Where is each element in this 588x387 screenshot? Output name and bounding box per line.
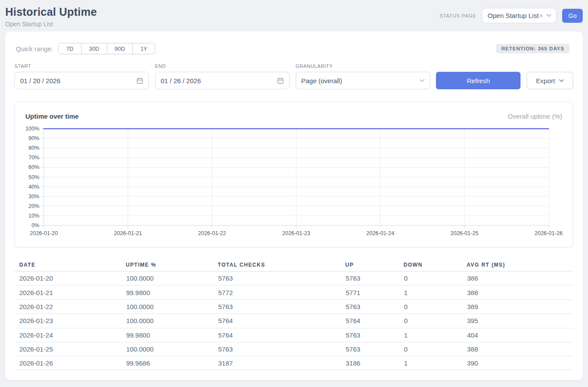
svg-text:100%: 100% <box>25 126 39 132</box>
table-row: 2026-01-23100.0000576457640395 <box>14 314 573 328</box>
table-cell: 5772 <box>218 285 345 299</box>
table-header-row: DATEUPTIME %TOTAL CHECKSUPDOWNAVG RT (MS… <box>14 262 573 271</box>
page-title: Historical Uptime <box>5 6 97 18</box>
svg-text:20%: 20% <box>28 203 39 209</box>
start-date-input[interactable]: 01 / 20 / 2026 <box>14 72 149 89</box>
table-cell: 1 <box>404 356 467 370</box>
table-cell: 395 <box>467 314 573 328</box>
table-cell: 0 <box>404 342 467 356</box>
table-cell: 2026-01-25 <box>14 342 126 356</box>
table-row: 2026-01-22100.0000576357630389 <box>14 299 573 313</box>
svg-text:90%: 90% <box>28 135 39 141</box>
svg-text:2026-01-21: 2026-01-21 <box>114 230 142 236</box>
table-cell: 5763 <box>218 342 345 356</box>
table-cell: 388 <box>467 342 573 356</box>
quick-range-row: Quick range: 7D30D90D1Y RETENTION: 365 D… <box>14 43 573 54</box>
quick-range-group: Quick range: 7D30D90D1Y <box>14 43 155 54</box>
calendar-icon[interactable] <box>136 77 143 84</box>
quick-range-30d-button[interactable]: 30D <box>81 43 107 54</box>
table-cell: 2026-01-26 <box>14 356 126 370</box>
table-cell: 5763 <box>345 328 404 342</box>
table-cell: 99.9686 <box>126 356 218 370</box>
filters-row: START 01 / 20 / 2026 END 01 / 26 / 2026 … <box>14 64 573 89</box>
table-cell: 0 <box>404 271 467 285</box>
uptime-line-chart: 0%10%20%30%40%50%60%70%80%90%100%2026-01… <box>15 102 573 247</box>
quick-range-label: Quick range: <box>16 45 53 53</box>
table-cell: 100.0000 <box>126 271 218 285</box>
svg-text:60%: 60% <box>28 164 39 170</box>
column-header: AVG RT (MS) <box>467 262 573 271</box>
quick-range-1y-button[interactable]: 1Y <box>133 43 155 54</box>
table-cell: 2026-01-24 <box>14 328 126 342</box>
table-cell: 3187 <box>218 356 345 370</box>
table-cell: 5763 <box>218 271 345 285</box>
table-cell: 99.9800 <box>126 285 218 299</box>
clear-selection-icon[interactable]: × <box>539 12 543 19</box>
quick-range-7d-button[interactable]: 7D <box>58 43 81 54</box>
end-date-field: END 01 / 26 / 2026 <box>155 64 290 89</box>
granularity-selected-value: Page (overall) <box>301 77 342 84</box>
table-cell: 5771 <box>345 285 404 299</box>
granularity-label: GRANULARITY <box>296 64 430 69</box>
table-cell: 5764 <box>218 328 345 342</box>
table-cell: 5763 <box>345 271 404 285</box>
chevron-down-icon <box>546 14 551 17</box>
table-cell: 5764 <box>345 314 404 328</box>
table-cell: 2026-01-20 <box>14 271 126 285</box>
column-header: DOWN <box>404 262 467 271</box>
end-date-value: 01 / 26 / 2026 <box>161 77 201 84</box>
start-date-label: START <box>14 64 149 69</box>
svg-text:2026-01-24: 2026-01-24 <box>366 230 394 236</box>
quick-range-90d-button[interactable]: 90D <box>107 43 133 54</box>
status-page-selected-value: Open Startup List <box>488 12 539 19</box>
status-page-label: STATUS PAGE <box>439 13 476 18</box>
header-controls: STATUS PAGE Open Startup List × Go <box>439 8 583 23</box>
table-cell: 100.0000 <box>126 314 218 328</box>
table-cell: 5763 <box>345 299 404 313</box>
start-date-field: START 01 / 20 / 2026 <box>14 64 149 89</box>
svg-text:40%: 40% <box>28 184 39 190</box>
table-cell: 0 <box>404 314 467 328</box>
svg-text:2026-01-22: 2026-01-22 <box>198 230 226 236</box>
end-date-input[interactable]: 01 / 26 / 2026 <box>155 72 290 89</box>
page-subtitle: Open Startup List <box>5 21 97 28</box>
table-cell: 2026-01-22 <box>14 299 126 313</box>
export-button-label: Export <box>536 77 555 84</box>
go-button[interactable]: Go <box>562 9 583 23</box>
svg-text:50%: 50% <box>28 174 39 180</box>
table-row: 2026-01-2199.9800577257711388 <box>14 285 573 299</box>
granularity-field: GRANULARITY Page (overall) <box>296 64 430 89</box>
uptime-table-wrap: DATEUPTIME %TOTAL CHECKSUPDOWNAVG RT (MS… <box>14 262 573 370</box>
table-row: 2026-01-20100.0000576357630386 <box>14 271 573 285</box>
table-cell: 5764 <box>218 314 345 328</box>
quick-range-buttons: 7D30D90D1Y <box>58 43 155 54</box>
table-cell: 2026-01-21 <box>14 285 126 299</box>
table-row: 2026-01-25100.0000576357630388 <box>14 342 573 356</box>
page-header: Historical Uptime Open Startup List STAT… <box>0 0 588 32</box>
status-page-select[interactable]: Open Startup List × <box>482 8 557 23</box>
table-cell: 2026-01-23 <box>14 314 126 328</box>
table-row: 2026-01-2699.9686318731861390 <box>14 356 573 370</box>
calendar-icon[interactable] <box>277 77 284 84</box>
svg-text:2026-01-26: 2026-01-26 <box>535 230 563 236</box>
uptime-chart-card: Uptime over time Overall uptime (%) 0%10… <box>14 102 573 247</box>
export-button[interactable]: Export <box>527 72 573 89</box>
granularity-select[interactable]: Page (overall) <box>296 72 430 89</box>
column-header: TOTAL CHECKS <box>218 262 345 271</box>
table-cell: 100.0000 <box>126 342 218 356</box>
svg-text:2026-01-20: 2026-01-20 <box>30 230 58 236</box>
table-cell: 404 <box>467 328 573 342</box>
table-cell: 1 <box>404 328 467 342</box>
column-header: UP <box>345 262 404 271</box>
svg-text:30%: 30% <box>28 194 39 200</box>
column-header: UPTIME % <box>126 262 218 271</box>
svg-text:0%: 0% <box>32 222 39 229</box>
uptime-table-body: 2026-01-20100.00005763576303862026-01-21… <box>14 271 573 370</box>
svg-text:80%: 80% <box>28 145 39 151</box>
svg-text:2026-01-25: 2026-01-25 <box>450 230 478 236</box>
svg-text:70%: 70% <box>28 155 39 161</box>
column-header: DATE <box>14 262 126 271</box>
table-cell: 389 <box>467 299 573 313</box>
refresh-button[interactable]: Refresh <box>436 72 521 89</box>
table-cell: 3186 <box>345 356 404 370</box>
